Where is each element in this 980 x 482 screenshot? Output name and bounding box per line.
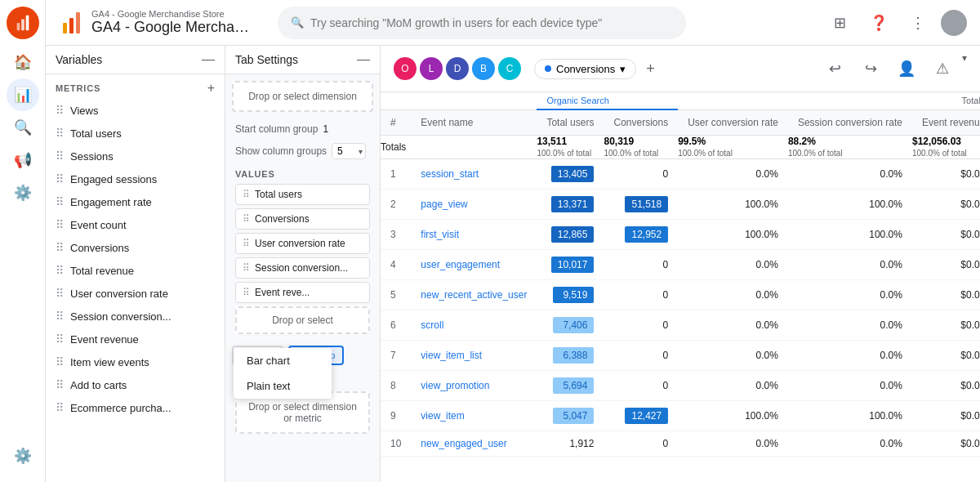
- tab-settings-title: Tab Settings: [235, 53, 298, 66]
- user-avatar[interactable]: C: [498, 57, 521, 80]
- event-name[interactable]: view_item_list: [411, 341, 537, 371]
- event-name[interactable]: scroll: [411, 310, 537, 341]
- search-input[interactable]: [310, 16, 673, 29]
- tab-settings-close-icon[interactable]: —: [357, 52, 370, 67]
- drag-icon: ⠿: [56, 378, 64, 391]
- total-event-rev: $12,056.03100.0% of total: [912, 136, 980, 159]
- drag-icon: ⠿: [56, 310, 64, 323]
- user-avatar[interactable]: L: [420, 57, 443, 80]
- search-bar[interactable]: 🔍: [278, 7, 686, 39]
- apps-button[interactable]: ⊞: [823, 7, 856, 39]
- show-col-label: Show column groups: [235, 145, 327, 157]
- variables-close-icon[interactable]: —: [202, 52, 215, 67]
- header-title[interactable]: GA4 - Google Merchandise S...: [91, 19, 255, 36]
- metric-item[interactable]: ⠿Total users: [46, 122, 225, 145]
- table-row: 8 view_promotion 5,694 0 0.0% 0.0% $0.00…: [381, 371, 980, 401]
- left-nav: 🏠 📊 🔍 📢 ⚙️ ⚙️: [0, 0, 46, 482]
- user-avatar[interactable]: B: [472, 57, 495, 80]
- bar-chart-option[interactable]: Bar chart: [234, 348, 332, 373]
- totals-label: Totals: [381, 136, 537, 159]
- more-options-button[interactable]: ⋮: [902, 7, 934, 39]
- event-rev-cell: $0.00: [912, 431, 980, 457]
- chart-dot-icon: [545, 65, 551, 72]
- nav-reports[interactable]: 📊: [7, 78, 39, 111]
- user-avatar[interactable]: D: [446, 57, 469, 80]
- event-name[interactable]: page_view: [411, 190, 537, 220]
- metric-item[interactable]: ⠿Item view events: [46, 350, 225, 373]
- redo-button[interactable]: ↪: [854, 52, 887, 85]
- alert-button[interactable]: ⚠: [926, 52, 959, 85]
- event-name[interactable]: new_engaged_user: [411, 431, 537, 457]
- metric-item[interactable]: ⠿Session conversion...: [46, 305, 225, 328]
- event-rev-cell: $0.00: [912, 190, 980, 220]
- conversions-cell: 0: [604, 250, 678, 280]
- metric-item[interactable]: ⠿Views: [46, 99, 225, 122]
- metric-item[interactable]: ⠿Conversions: [46, 236, 225, 259]
- show-col-select[interactable]: 5310: [332, 143, 366, 159]
- nav-settings[interactable]: ⚙️: [7, 440, 39, 472]
- add-metric-icon[interactable]: +: [207, 81, 215, 96]
- conversions-cell: 0: [604, 431, 678, 457]
- undo-button[interactable]: ↩: [818, 52, 851, 85]
- value-chip[interactable]: ⠿User conversion rate: [235, 233, 370, 254]
- show-col-select-wrapper[interactable]: 5310 ▾: [332, 143, 366, 159]
- dimension-drop[interactable]: Drop or select dimension: [232, 81, 373, 112]
- search-icon: 🔍: [291, 16, 304, 29]
- nav-configure[interactable]: ⚙️: [7, 176, 39, 209]
- nav-explore[interactable]: 🔍: [7, 111, 39, 144]
- header-account: GA4 - Google Merchandise Store: [91, 9, 255, 19]
- user-avatars: OLDBC: [394, 57, 521, 80]
- chart-select[interactable]: Conversions ▾: [534, 59, 636, 79]
- event-name[interactable]: new_recent_active_user: [411, 280, 537, 310]
- session-conv-cell: 100.0%: [788, 401, 912, 431]
- event-name[interactable]: view_promotion: [411, 371, 537, 401]
- session-conv-cell: 100.0%: [788, 220, 912, 250]
- metric-item[interactable]: ⠿Sessions: [46, 145, 225, 167]
- event-name[interactable]: first_visit: [411, 220, 537, 250]
- value-drop[interactable]: Drop or select: [235, 306, 370, 334]
- event-name[interactable]: user_engagement: [411, 250, 537, 280]
- session-conv-cell: 0.0%: [788, 431, 912, 457]
- main-area: GA4 - Google Merchandise Store GA4 - Goo…: [46, 0, 980, 482]
- user-avatar[interactable]: O: [394, 57, 416, 80]
- value-chip[interactable]: ⠿Event reve...: [235, 282, 370, 303]
- drag-icon: ⠿: [243, 213, 250, 225]
- metric-item[interactable]: ⠿Engaged sessions: [46, 167, 225, 190]
- chip-label: User conversion rate: [255, 238, 345, 249]
- value-chip[interactable]: ⠿Conversions: [235, 208, 370, 230]
- row-num: 10: [381, 431, 411, 457]
- app-logo[interactable]: [7, 7, 39, 39]
- metric-item[interactable]: ⠿Engagement rate: [46, 190, 225, 213]
- help-button[interactable]: ❓: [862, 7, 895, 39]
- metric-name: User conversion rate: [70, 288, 168, 300]
- chevron-down-icon-2[interactable]: ▾: [962, 52, 967, 85]
- variables-panel: Variables — METRICS + ⠿Views⠿Total users…: [46, 46, 225, 482]
- metric-name: Total revenue: [70, 265, 134, 277]
- event-name[interactable]: session_start: [411, 159, 537, 190]
- user-avatar[interactable]: [941, 10, 967, 36]
- total-users-cell: 1,912: [537, 431, 604, 457]
- drag-icon: ⠿: [243, 238, 250, 249]
- event-name[interactable]: view_item: [411, 401, 537, 431]
- value-chip[interactable]: ⠿Session conversion...: [235, 257, 370, 279]
- add-chart-icon[interactable]: +: [646, 60, 655, 78]
- metric-item[interactable]: ⠿Total revenue: [46, 259, 225, 282]
- metric-item[interactable]: ⠿User conversion rate: [46, 282, 225, 305]
- conversions-cell: 0: [604, 310, 678, 341]
- metric-item[interactable]: ⠿Event revenue: [46, 328, 225, 350]
- report-area: OLDBC Conversions ▾ + ↩ ↪ 👤 ⚠ ▾: [381, 46, 980, 482]
- chip-label: Session conversion...: [255, 262, 348, 274]
- drag-icon: ⠿: [56, 264, 64, 277]
- plain-text-option[interactable]: Plain text: [234, 373, 332, 399]
- svg-rect-2: [25, 16, 29, 30]
- col-event-rev: Event revenue: [912, 109, 980, 136]
- nav-home[interactable]: 🏠: [7, 46, 39, 78]
- share-button[interactable]: 👤: [890, 52, 923, 85]
- metric-item[interactable]: ⠿Ecommerce purcha...: [46, 396, 225, 419]
- metric-item[interactable]: ⠿Event count: [46, 213, 225, 236]
- svg-rect-3: [63, 23, 67, 33]
- start-col-label: Start column group: [235, 123, 318, 135]
- value-chip[interactable]: ⠿Total users: [235, 184, 370, 205]
- metric-item[interactable]: ⠿Add to carts: [46, 373, 225, 396]
- nav-advertising[interactable]: 📢: [7, 144, 39, 176]
